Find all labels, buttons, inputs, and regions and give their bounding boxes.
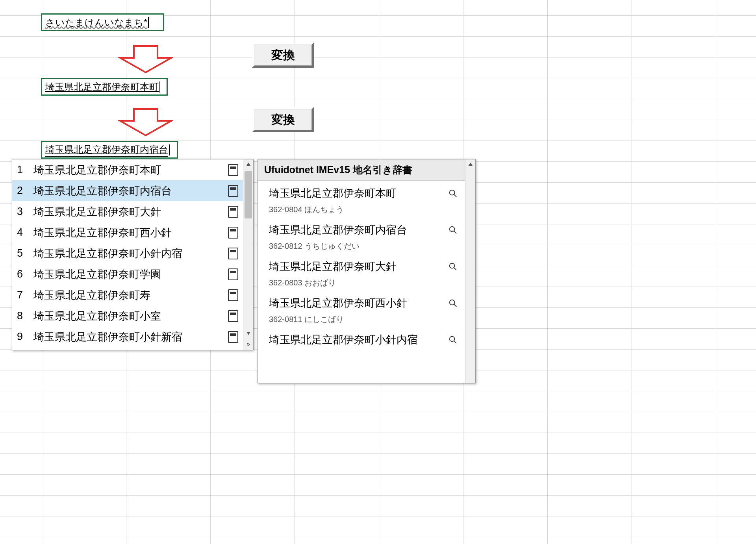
search-icon[interactable] bbox=[448, 189, 457, 198]
scroll-down-icon[interactable] bbox=[243, 329, 253, 338]
svg-line-9 bbox=[454, 341, 456, 343]
svg-line-7 bbox=[454, 304, 456, 307]
candidate-text: 埼玉県北足立郡伊奈町大針 bbox=[33, 205, 225, 219]
dictionary-entry: 埼玉県北足立郡伊奈町大針362-0803 おおばり bbox=[258, 254, 465, 291]
dictionary-panel: Ufuidotnet IMEv15 地名引き辞書 埼玉県北足立郡伊奈町本町362… bbox=[258, 159, 476, 383]
svg-point-2 bbox=[450, 227, 455, 232]
ime-candidate-panel: 1埼玉県北足立郡伊奈町本町2埼玉県北足立郡伊奈町内宿台3埼玉県北足立郡伊奈町大針… bbox=[12, 159, 254, 350]
convert-button-2[interactable]: 変換 bbox=[252, 107, 314, 132]
candidate-number: 5 bbox=[17, 247, 33, 259]
dictionary-icon bbox=[228, 185, 238, 197]
scroll-up-icon[interactable] bbox=[243, 159, 253, 169]
dictionary-icon bbox=[228, 227, 238, 239]
dictionary-entry: 埼玉県北足立郡伊奈町内宿台362-0812 うちじゅくだい bbox=[258, 217, 465, 254]
dictionary-icon bbox=[228, 268, 238, 280]
candidate-number: 8 bbox=[17, 310, 33, 322]
svg-point-4 bbox=[450, 263, 455, 268]
button-label: 変換 bbox=[271, 112, 295, 128]
entry-reading: 362-0812 うちじゅくだい bbox=[269, 241, 457, 252]
text-cursor bbox=[169, 144, 170, 155]
dictionary-icon bbox=[228, 248, 238, 259]
ime-candidate-row[interactable]: 2埼玉県北足立郡伊奈町内宿台 bbox=[12, 180, 243, 201]
svg-line-5 bbox=[454, 268, 456, 270]
button-label: 変換 bbox=[271, 47, 295, 63]
dictionary-title: Ufuidotnet IMEv15 地名引き辞書 bbox=[258, 159, 465, 181]
candidate-text: 埼玉県北足立郡伊奈町小針内宿 bbox=[33, 246, 225, 261]
candidate-text: 埼玉県北足立郡伊奈町小針新宿 bbox=[33, 330, 225, 344]
text-cursor bbox=[159, 81, 160, 93]
ime-candidate-row[interactable]: 7埼玉県北足立郡伊奈町寿 bbox=[12, 285, 243, 305]
ime-candidate-list: 1埼玉県北足立郡伊奈町本町2埼玉県北足立郡伊奈町内宿台3埼玉県北足立郡伊奈町大針… bbox=[12, 159, 243, 350]
ime-candidate-row[interactable]: 5埼玉県北足立郡伊奈町小針内宿 bbox=[12, 243, 243, 264]
expand-chevron-icon[interactable]: » bbox=[243, 340, 253, 348]
cell-input-1[interactable]: さいたまけんいなまち* bbox=[41, 13, 164, 31]
candidate-number: 2 bbox=[17, 185, 33, 197]
cell-text: 埼玉県北足立郡伊奈町本町 bbox=[45, 81, 159, 93]
scroll-thumb[interactable] bbox=[245, 171, 252, 218]
entry-reading: 362-0803 おおばり bbox=[269, 278, 457, 288]
search-icon[interactable] bbox=[448, 262, 457, 271]
svg-point-0 bbox=[450, 190, 455, 195]
convert-button-1[interactable]: 変換 bbox=[252, 43, 314, 68]
entry-name: 埼玉県北足立郡伊奈町内宿台 bbox=[269, 223, 407, 237]
ime-candidate-row[interactable]: 1埼玉県北足立郡伊奈町本町 bbox=[12, 159, 243, 180]
candidate-number: 3 bbox=[17, 205, 33, 218]
dictionary-entry: 埼玉県北足立郡伊奈町小針内宿 bbox=[258, 327, 465, 349]
dictionary-entry: 埼玉県北足立郡伊奈町西小針362-0811 にしこばり bbox=[258, 291, 465, 327]
search-icon[interactable] bbox=[448, 299, 457, 307]
cell-input-3[interactable]: 埼玉県北足立郡伊奈町内宿台 bbox=[41, 141, 178, 159]
candidate-number: 4 bbox=[17, 226, 33, 239]
candidate-text: 埼玉県北足立郡伊奈町内宿台 bbox=[33, 184, 225, 198]
candidate-number: 6 bbox=[17, 268, 33, 280]
dictionary-body: Ufuidotnet IMEv15 地名引き辞書 埼玉県北足立郡伊奈町本町362… bbox=[258, 159, 465, 383]
search-icon[interactable] bbox=[448, 335, 457, 344]
dictionary-icon bbox=[228, 331, 238, 343]
cell-text: さいたまけんいなまち* bbox=[45, 16, 147, 29]
svg-point-6 bbox=[450, 300, 455, 305]
candidate-text: 埼玉県北足立郡伊奈町学園 bbox=[33, 267, 225, 281]
dictionary-scrollbar[interactable] bbox=[465, 159, 475, 383]
ime-candidate-row[interactable]: 6埼玉県北足立郡伊奈町学園 bbox=[12, 264, 243, 285]
ime-candidate-row[interactable]: 8埼玉県北足立郡伊奈町小室 bbox=[12, 305, 243, 326]
candidate-number: 1 bbox=[17, 164, 33, 176]
entry-name: 埼玉県北足立郡伊奈町本町 bbox=[269, 186, 397, 200]
dictionary-icon bbox=[228, 310, 238, 322]
down-arrow-icon bbox=[118, 107, 173, 137]
candidate-number: 7 bbox=[17, 289, 33, 301]
candidate-number: 9 bbox=[17, 331, 33, 343]
ime-candidate-row[interactable]: 3埼玉県北足立郡伊奈町大針 bbox=[12, 201, 243, 222]
candidate-text: 埼玉県北足立郡伊奈町西小針 bbox=[33, 226, 225, 240]
cell-text: 埼玉県北足立郡伊奈町内宿台 bbox=[45, 143, 168, 157]
candidate-text: 埼玉県北足立郡伊奈町小室 bbox=[33, 309, 225, 323]
entry-reading: 362-0811 にしこばり bbox=[269, 314, 457, 325]
entry-name: 埼玉県北足立郡伊奈町大針 bbox=[269, 259, 397, 274]
svg-line-3 bbox=[454, 231, 456, 233]
dictionary-icon bbox=[228, 289, 238, 301]
ime-scrollbar[interactable]: » bbox=[243, 159, 253, 350]
entry-reading: 362-0804 ほんちょう bbox=[269, 204, 457, 215]
text-cursor bbox=[148, 17, 149, 28]
svg-point-8 bbox=[450, 337, 455, 342]
dictionary-entry: 埼玉県北足立郡伊奈町本町362-0804 ほんちょう bbox=[258, 181, 465, 217]
ime-candidate-row[interactable]: 4埼玉県北足立郡伊奈町西小針 bbox=[12, 222, 243, 243]
dictionary-icon bbox=[228, 164, 238, 176]
search-icon[interactable] bbox=[448, 226, 457, 234]
svg-line-1 bbox=[454, 194, 456, 197]
entry-name: 埼玉県北足立郡伊奈町西小針 bbox=[269, 296, 407, 310]
cell-input-2[interactable]: 埼玉県北足立郡伊奈町本町 bbox=[41, 78, 168, 96]
ime-candidate-row[interactable]: 9埼玉県北足立郡伊奈町小針新宿 bbox=[12, 326, 243, 347]
down-arrow-icon bbox=[118, 44, 173, 74]
dictionary-icon bbox=[228, 206, 238, 218]
scroll-up-icon[interactable] bbox=[465, 159, 475, 169]
candidate-text: 埼玉県北足立郡伊奈町本町 bbox=[33, 163, 225, 177]
entry-name: 埼玉県北足立郡伊奈町小針内宿 bbox=[269, 333, 418, 347]
candidate-text: 埼玉県北足立郡伊奈町寿 bbox=[33, 288, 225, 302]
